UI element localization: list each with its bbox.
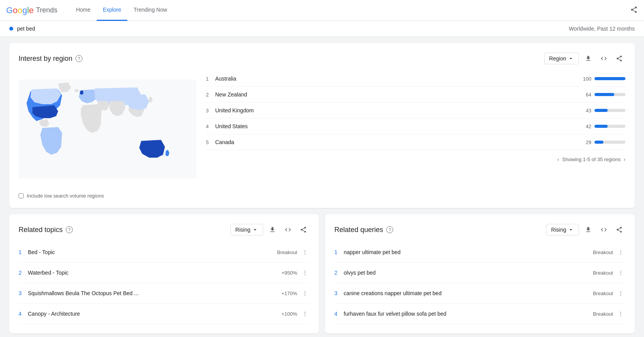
logo-google: Google [6, 5, 34, 15]
bottom-cards: Related topics ? Rising [9, 214, 635, 334]
table-row: 5 Canada 29 [206, 134, 625, 150]
region-bar-container [594, 93, 625, 96]
related-topics-title: Related topics [19, 226, 63, 234]
pagination-text: Showing 1-5 of 35 regions [562, 156, 621, 162]
card-header-queries: Related queries ? Rising [334, 224, 625, 236]
next-page-icon[interactable]: › [624, 156, 625, 162]
card-actions-queries: Rising [546, 224, 625, 236]
list-item: 4 Canopy - Architecture +100% ⋮ [19, 304, 310, 324]
region-bar-container [594, 77, 625, 80]
nav-home[interactable]: Home [70, 0, 96, 21]
interest-by-region-card: Interest by region ? Region [9, 43, 635, 208]
region-bar [594, 125, 608, 128]
chevron-down-icon [568, 227, 574, 233]
topics-dropdown[interactable]: Rising [230, 224, 263, 236]
share-icon-topics[interactable] [297, 224, 310, 236]
help-icon-queries[interactable]: ? [386, 226, 393, 233]
interest-by-region-title: Interest by region [19, 55, 72, 63]
card-title-topics: Related topics ? [19, 226, 73, 234]
more-options-button[interactable]: ⋮ [300, 309, 310, 318]
share-icon-queries[interactable] [613, 224, 625, 236]
region-bar [594, 109, 608, 112]
list-item: 3 canine creations napper ultimate pet b… [334, 283, 625, 304]
table-row: 2 New Zealand 64 [206, 87, 625, 103]
related-queries-title: Related queries [334, 226, 383, 234]
download-icon-queries[interactable] [582, 224, 594, 236]
chevron-down-icon [252, 227, 258, 233]
list-item: 2 Waterbed - Topic +950% ⋮ [19, 263, 310, 283]
world-map-container: Include low search volume regions [19, 71, 197, 199]
more-options-button[interactable]: ⋮ [616, 248, 625, 257]
region-bar-container [594, 125, 625, 128]
search-meta: Worldwide, Past 12 months [569, 26, 635, 32]
list-item: 3 Squishmallows Beula The Octopus Pet Be… [19, 283, 310, 304]
main-content: Interest by region ? Region [0, 37, 644, 337]
more-options-button[interactable]: ⋮ [300, 248, 310, 257]
nav-trending-now[interactable]: Trending Now [127, 0, 173, 21]
related-queries-card: Related queries ? Rising [325, 214, 635, 334]
card-title-queries: Related queries ? [334, 226, 393, 234]
low-volume-label[interactable]: Include low search volume regions [27, 193, 104, 199]
more-options-button[interactable]: ⋮ [616, 268, 625, 277]
queries-dropdown[interactable]: Rising [546, 224, 579, 236]
region-dropdown[interactable]: Region [544, 53, 579, 64]
download-icon-topics[interactable] [266, 224, 279, 236]
list-item: 1 Bed - Topic Breakout ⋮ [19, 242, 310, 263]
more-options-button[interactable]: ⋮ [300, 289, 310, 298]
more-options-button[interactable]: ⋮ [616, 309, 625, 318]
region-bar [594, 141, 603, 144]
more-options-button[interactable]: ⋮ [616, 289, 625, 298]
region-bar-container [594, 109, 625, 112]
region-bar [594, 93, 614, 96]
low-volume-checkbox-row: Include low search volume regions [19, 193, 197, 199]
table-row: 3 United Kingdom 43 [206, 103, 625, 119]
prev-page-icon[interactable]: ‹ [557, 156, 559, 162]
more-options-button[interactable]: ⋮ [300, 268, 310, 277]
list-item: 2 olvys pet bed Breakout ⋮ [334, 263, 625, 283]
table-row: 1 Australia 100 [206, 71, 625, 87]
list-item: 1 napper ultimate pet bed Breakout ⋮ [334, 242, 625, 263]
pagination: ‹ Showing 1-5 of 35 regions › [206, 156, 625, 162]
table-row: 4 United States 42 [206, 119, 625, 134]
low-volume-checkbox[interactable] [19, 193, 24, 198]
list-item: 4 furhaven faux fur velvet pillow sofa p… [334, 304, 625, 324]
card-actions-topics: Rising [230, 224, 310, 236]
help-icon-topics[interactable]: ? [66, 226, 73, 233]
logo-trends: Trends [36, 6, 57, 14]
region-list: 1 Australia 100 2 New Zealand 64 3 [206, 71, 625, 199]
header: Google Trends Home Explore Trending Now [0, 0, 644, 21]
search-term-text: pet bed [17, 26, 35, 32]
card-header-region: Interest by region ? Region [19, 52, 625, 65]
chevron-down-icon [568, 55, 574, 62]
card-header-topics: Related topics ? Rising [19, 224, 310, 236]
main-nav: Home Explore Trending Now [70, 0, 173, 21]
usa [33, 105, 58, 118]
card-title-region: Interest by region ? [19, 55, 82, 63]
related-topics-card: Related topics ? Rising [9, 214, 319, 334]
search-term-container: pet bed [9, 26, 35, 32]
region-bar [594, 77, 625, 80]
logo: Google Trends [6, 5, 57, 15]
download-icon-region[interactable] [582, 52, 594, 65]
nav-explore[interactable]: Explore [97, 0, 127, 21]
share-icon[interactable] [630, 6, 638, 15]
help-icon-region[interactable]: ? [75, 55, 82, 62]
search-bar: pet bed Worldwide, Past 12 months [0, 21, 644, 37]
embed-icon-topics[interactable] [282, 224, 294, 236]
region-bar-container [594, 141, 625, 144]
blue-dot-indicator [9, 27, 13, 31]
world-map [19, 71, 197, 187]
embed-icon-queries[interactable] [598, 224, 610, 236]
card-actions-region: Region [544, 52, 625, 65]
region-content: Include low search volume regions 1 Aust… [19, 71, 625, 199]
embed-icon-region[interactable] [598, 52, 610, 65]
share-icon-region[interactable] [613, 52, 625, 65]
